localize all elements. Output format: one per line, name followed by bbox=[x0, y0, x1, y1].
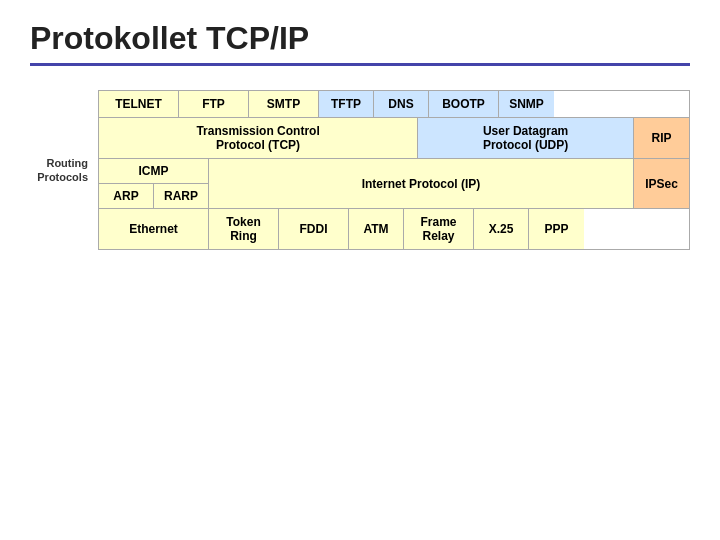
page-title: Protokollet TCP/IP bbox=[30, 20, 309, 56]
ipsec-cell: IPSec bbox=[634, 159, 689, 208]
side-label-wrapper: RoutingProtocols bbox=[30, 90, 98, 250]
rip-cell: RIP bbox=[634, 118, 689, 158]
diagram-outer: RoutingProtocols TELNET FTP SMTP TFTP bbox=[30, 90, 690, 250]
rarp-cell: RARP bbox=[154, 184, 208, 208]
transport-layer-row: Transmission Control Protocol (TCP) User… bbox=[99, 118, 689, 159]
fddi-cell: FDDI bbox=[279, 209, 349, 249]
bootp-cell: BOOTP bbox=[429, 91, 499, 117]
frame-relay-cell: Frame Relay bbox=[404, 209, 474, 249]
ppp-cell: PPP bbox=[529, 209, 584, 249]
ip-cell: Internet Protocol (IP) bbox=[209, 159, 634, 208]
application-layer-row: TELNET FTP SMTP TFTP DNS BOOTP S bbox=[99, 91, 689, 118]
x25-cell: X.25 bbox=[474, 209, 529, 249]
tcp-ip-table: TELNET FTP SMTP TFTP DNS BOOTP S bbox=[98, 90, 690, 250]
telnet-cell: TELNET bbox=[99, 91, 179, 117]
udp-cell: User Datagram Protocol (UDP) bbox=[418, 118, 634, 158]
routing-protocols-label: RoutingProtocols bbox=[37, 156, 88, 185]
ftp-cell: FTP bbox=[179, 91, 249, 117]
tcp-cell: Transmission Control Protocol (TCP) bbox=[99, 118, 418, 158]
page: Protokollet TCP/IP RoutingProtocols TELN… bbox=[0, 0, 720, 540]
dns-cell: DNS bbox=[374, 91, 429, 117]
title-area: Protokollet TCP/IP bbox=[30, 20, 690, 66]
token-ring-cell: Token Ring bbox=[209, 209, 279, 249]
smtp-cell: SMTP bbox=[249, 91, 319, 117]
icmp-cell: ICMP bbox=[99, 159, 208, 184]
ethernet-cell: Ethernet bbox=[99, 209, 209, 249]
arp-cell: ARP bbox=[99, 184, 154, 208]
datalink-layer-row: Ethernet Token Ring FDDI ATM Frame Relay… bbox=[99, 209, 689, 249]
atm-cell: ATM bbox=[349, 209, 404, 249]
tftp-cell: TFTP bbox=[319, 91, 374, 117]
icmp-arp-block: ICMP ARP RARP bbox=[99, 159, 209, 208]
arp-rarp-row: ARP RARP bbox=[99, 184, 208, 208]
snmp-cell: SNMP bbox=[499, 91, 554, 117]
network-layer-row: ICMP ARP RARP Internet Protocol (IP) bbox=[99, 159, 689, 209]
